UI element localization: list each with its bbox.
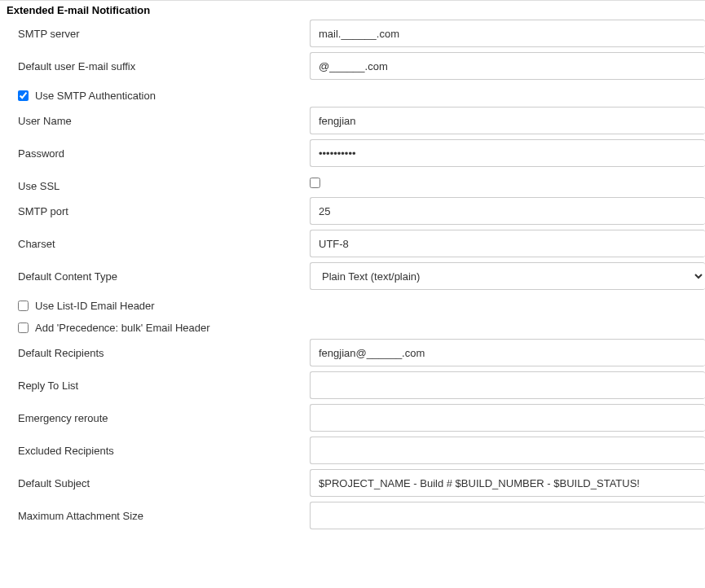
default-suffix-label: Default user E-mail suffix (0, 52, 310, 72)
password-label: Password (0, 139, 310, 160)
reply-to-label: Reply To List (0, 371, 310, 392)
default-suffix-row: Default user E-mail suffix (0, 52, 705, 80)
smtp-auth-row: Use SMTP Authentication (0, 85, 705, 107)
charset-input[interactable] (310, 230, 705, 257)
default-recipients-input[interactable] (310, 339, 705, 366)
section-title: Extended E-mail Notification (0, 1, 705, 20)
excluded-recipients-label: Excluded Recipients (0, 437, 310, 457)
use-ssl-label: Use SSL (0, 172, 310, 192)
default-recipients-row: Default Recipients (0, 339, 705, 366)
use-ssl-row: Use SSL (0, 172, 705, 192)
emergency-reroute-row: Emergency reroute (0, 404, 705, 432)
smtp-server-input[interactable] (310, 20, 705, 47)
content-type-select[interactable]: Plain Text (text/plain) (310, 262, 705, 290)
list-id-label: Use List-ID Email Header (35, 300, 155, 312)
password-input[interactable] (310, 139, 705, 167)
use-ssl-checkbox[interactable] (310, 178, 320, 188)
smtp-auth-label: Use SMTP Authentication (35, 90, 156, 102)
username-label: User Name (0, 107, 310, 127)
content-type-label: Default Content Type (0, 262, 310, 283)
max-attachment-row: Maximum Attachment Size (0, 502, 705, 529)
smtp-auth-checkbox[interactable] (18, 90, 29, 101)
smtp-server-label: SMTP server (0, 20, 310, 40)
smtp-port-label: SMTP port (0, 197, 310, 217)
username-input[interactable] (310, 107, 705, 134)
reply-to-input[interactable] (310, 371, 705, 399)
emergency-reroute-label: Emergency reroute (0, 404, 310, 424)
reply-to-row: Reply To List (0, 371, 705, 399)
config-section: Extended E-mail Notification SMTP server… (0, 0, 705, 529)
smtp-port-input[interactable] (310, 197, 705, 225)
max-attachment-input[interactable] (310, 502, 705, 529)
default-subject-row: Default Subject (0, 469, 705, 497)
smtp-server-row: SMTP server (0, 20, 705, 47)
excluded-recipients-input[interactable] (310, 437, 705, 464)
precedence-bulk-label: Add 'Precedence: bulk' Email Header (35, 322, 210, 334)
content-type-row: Default Content Type Plain Text (text/pl… (0, 262, 705, 290)
password-row: Password (0, 139, 705, 167)
list-id-row: Use List-ID Email Header (0, 295, 705, 317)
default-recipients-label: Default Recipients (0, 339, 310, 359)
excluded-recipients-row: Excluded Recipients (0, 437, 705, 464)
username-row: User Name (0, 107, 705, 134)
max-attachment-label: Maximum Attachment Size (0, 502, 310, 522)
default-subject-input[interactable] (310, 469, 705, 497)
precedence-bulk-row: Add 'Precedence: bulk' Email Header (0, 317, 705, 339)
precedence-bulk-checkbox[interactable] (18, 323, 29, 333)
smtp-port-row: SMTP port (0, 197, 705, 225)
list-id-checkbox[interactable] (18, 301, 29, 311)
charset-label: Charset (0, 230, 310, 250)
default-suffix-input[interactable] (310, 52, 705, 80)
default-subject-label: Default Subject (0, 469, 310, 489)
charset-row: Charset (0, 230, 705, 257)
emergency-reroute-input[interactable] (310, 404, 705, 432)
